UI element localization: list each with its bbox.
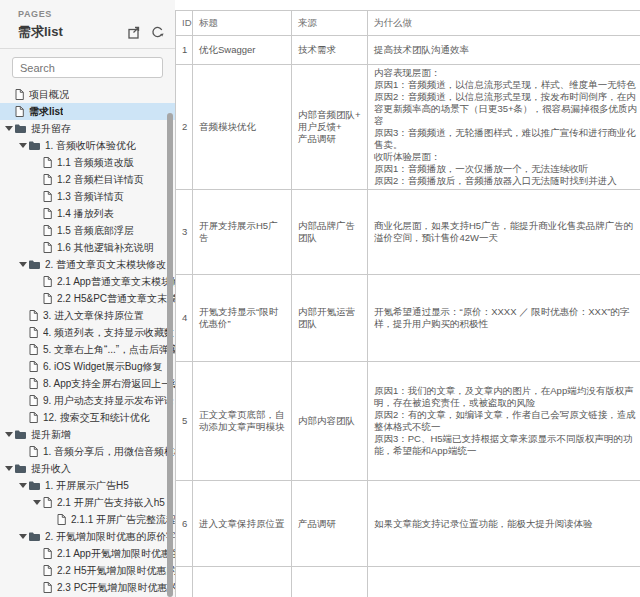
tree-item-label: 项目概况 (29, 88, 69, 102)
tree-item[interactable]: 8. App支持全屏右滑返回上一级 (0, 375, 175, 392)
cell-source (292, 567, 368, 597)
folder-icon (29, 481, 40, 490)
tree-item[interactable]: 1.2 音频栏目详情页 (0, 171, 175, 188)
tree-item[interactable]: 2.2 H5&PC普通文章文末模 (0, 290, 175, 307)
tree-item[interactable]: 6. iOS Widget展示Bug修复 (0, 358, 175, 375)
tree-item[interactable]: 3. 进入文章保持原位置 (0, 307, 175, 324)
document-icon (43, 582, 52, 593)
tree-item-label: 1.1 音频频道改版 (57, 156, 134, 170)
tree-item[interactable]: 1. 开屏展示广告H5 (0, 477, 175, 494)
expand-arrow-icon[interactable] (19, 143, 27, 148)
cell-id: 4 (176, 275, 193, 362)
tree-item[interactable]: 提升收入 (0, 460, 175, 477)
tree-item[interactable]: 1.1 音频频道改版 (0, 154, 175, 171)
document-icon (15, 89, 24, 100)
folder-icon (29, 532, 40, 541)
cell-id (176, 567, 193, 597)
folder-icon (29, 260, 40, 269)
tree-item[interactable]: 需求list (0, 103, 175, 120)
tree-item[interactable]: 2.1 App普通文章文末模块修 (0, 273, 175, 290)
export-icon[interactable] (126, 25, 141, 40)
document-icon (43, 497, 52, 508)
table-body: 1优化Swagger技术需求提高技术团队沟通效率2音频模块优化内部音频团队+ 用… (176, 36, 640, 597)
folder-icon (15, 124, 26, 133)
search-input[interactable] (12, 57, 163, 78)
tree-item[interactable]: 2.1 开屏广告支持嵌入h5 (0, 494, 175, 511)
column-header-id: ID (176, 11, 193, 36)
tree-item-label: 1.2 音频栏目详情页 (57, 173, 144, 187)
tree-item[interactable]: 2.1 App开氪增加限时优惠的 (0, 545, 175, 562)
tree-item[interactable]: 项目概况 (0, 86, 175, 103)
tree-item[interactable]: 1.5 音频底部浮层 (0, 222, 175, 239)
table-row: 3开屏支持展示H5广告内部品牌广告团队商业化层面，如果支持H5广告，能提升商业化… (176, 190, 640, 275)
tree-item-label: 8. App支持全屏右滑返回上一级 (43, 377, 175, 391)
tree-item-label: 1.4 播放列表 (57, 207, 114, 221)
cell-why (368, 567, 640, 597)
tree-item-label: 12. 搜索交互和统计优化 (43, 411, 150, 425)
refresh-icon[interactable] (150, 25, 165, 40)
table-row: 1优化Swagger技术需求提高技术团队沟通效率 (176, 36, 640, 65)
tree-item-label: 提升留存 (31, 122, 71, 136)
cell-title: 开氪支持显示“限时优惠价” (193, 275, 292, 362)
main-content: ID 标题 来源 为什么做 1优化Swagger技术需求提高技术团队沟通效率2音… (175, 0, 640, 597)
expand-arrow-icon[interactable] (5, 432, 13, 437)
tree-item[interactable]: 5. 文章右上角“...”，点击后弹窗 (0, 341, 175, 358)
cell-why: 商业化层面，如果支持H5广告，能提升商业化售卖品牌广告的溢价空间，预计售价42W… (368, 190, 640, 275)
tree-item[interactable]: 1.6 其他逻辑补充说明 (0, 239, 175, 256)
document-icon (43, 276, 52, 287)
tree-item[interactable]: 12. 搜索交互和统计优化 (0, 409, 175, 426)
tree-item[interactable]: 1. 音频收听体验优化 (0, 137, 175, 154)
tree-item[interactable]: 2.1.1 开屏广告完整流程 (0, 511, 175, 528)
document-icon (43, 293, 52, 304)
column-header-why: 为什么做 (368, 11, 640, 36)
tree-item[interactable]: 2.2 H5开氪增加限时优惠的 (0, 562, 175, 579)
tree-item[interactable]: 提升留存 (0, 120, 175, 137)
document-icon (29, 310, 38, 321)
tree-item[interactable]: 提升新增 (0, 426, 175, 443)
expand-arrow-icon[interactable] (19, 534, 27, 539)
expand-arrow-icon[interactable] (19, 483, 27, 488)
column-header-source: 来源 (292, 11, 368, 36)
tree-item[interactable]: 1.3 音频详情页 (0, 188, 175, 205)
document-icon (57, 514, 66, 525)
requirements-table: ID 标题 来源 为什么做 1优化Swagger技术需求提高技术团队沟通效率2音… (175, 10, 640, 597)
tree-item-label: 6. iOS Widget展示Bug修复 (43, 360, 162, 374)
cell-id: 3 (176, 190, 193, 275)
tree-item-label: 1.3 音频详情页 (57, 190, 124, 204)
tree-item[interactable]: 2. 普通文章页文末模块修改 (0, 256, 175, 273)
tree-item-label: 1. 开屏展示广告H5 (45, 479, 129, 493)
tree-item[interactable]: 1. 音频分享后，用微信音频模板 (0, 443, 175, 460)
folder-icon (15, 464, 26, 473)
cell-id: 5 (176, 362, 193, 481)
tree-item[interactable]: 2. 开氪增加限时优惠的原价字样 (0, 528, 175, 545)
pages-label: PAGES (18, 9, 165, 19)
cell-why: 原因1：我们的文章，及文章内的图片，在App端均没有版权声明，存在被追究责任，或… (368, 362, 640, 481)
document-icon (43, 225, 52, 236)
tree-item[interactable]: 2.3 PC开氪增加限时优惠的 (0, 579, 175, 596)
sidebar-scrollbar[interactable] (167, 0, 173, 597)
tree-item[interactable]: 4. 频道列表，支持显示收藏数 (0, 324, 175, 341)
document-icon (43, 242, 52, 253)
tree-item-label: 需求list (29, 105, 63, 119)
document-icon (29, 446, 38, 457)
document-icon (43, 174, 52, 185)
tree-item[interactable]: 1.4 播放列表 (0, 205, 175, 222)
expand-arrow-icon[interactable] (5, 126, 13, 131)
tree-item-label: 提升新增 (31, 428, 71, 442)
cell-title: 音频模块优化 (193, 65, 292, 190)
expand-arrow-icon[interactable] (33, 500, 41, 505)
expand-arrow-icon[interactable] (19, 262, 27, 267)
tree-item-label: 5. 文章右上角“...”，点击后弹窗 (43, 343, 175, 357)
cell-why: 内容表现层面： 原因1：音频频道，以信息流形式呈现，样式、维度单一无特色 原因2… (368, 65, 640, 190)
tree-item-label: 4. 频道列表，支持显示收藏数 (43, 326, 174, 340)
expand-arrow-icon[interactable] (5, 466, 13, 471)
sidebar-scrollbar-thumb[interactable] (167, 113, 173, 597)
cell-source: 内部内容团队 (292, 362, 368, 481)
tree-item-label: 2.2 H5&PC普通文章文末模 (57, 292, 175, 306)
folder-icon (15, 430, 26, 439)
tree-item-label: 2.1 App开氪增加限时优惠的 (57, 547, 175, 561)
cell-id: 2 (176, 65, 193, 190)
tree-item[interactable]: 9. 用户动态支持显示发布评论 (0, 392, 175, 409)
tree-item-label: 1. 音频收听体验优化 (45, 139, 136, 153)
document-icon (29, 378, 38, 389)
